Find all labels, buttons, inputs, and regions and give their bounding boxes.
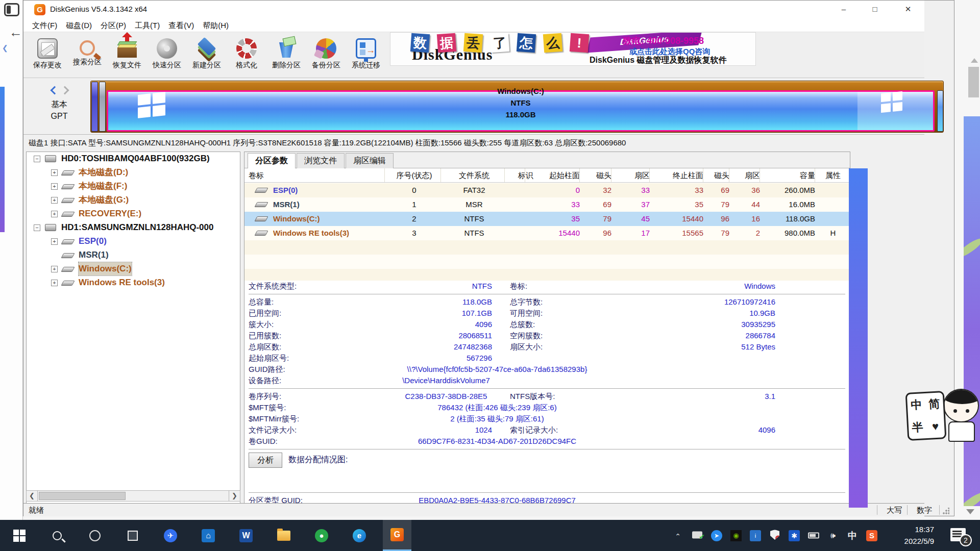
column-header-2[interactable]: 文件系统 [444,168,505,183]
menu-item-2[interactable]: 分区(P) [101,19,126,32]
expand-icon[interactable]: + [51,169,58,176]
menu-item-0[interactable]: 文件(F) [32,19,57,32]
tray-printer-icon[interactable]: ✔ [688,531,706,540]
column-header-5[interactable]: 磁头 [582,168,611,183]
table-row-Windows RE tools(3)[interactable]: Windows RE tools(3)3NTFS1544096171556579… [244,226,849,240]
tree-item-Windows RE tools(3)[interactable]: +Windows RE tools(3) [27,276,240,290]
menu-item-1[interactable]: 磁盘(D) [66,19,92,32]
taskbar-start-button[interactable] [5,520,34,551]
back-arrow-icon[interactable]: ← [9,24,22,40]
taskbar-clock[interactable]: 18:37 2022/5/9 [886,523,934,547]
toolbar-button-保存更改[interactable]: 保存更改 [28,34,67,77]
menu-item-4[interactable]: 查看(V) [168,19,194,32]
tree-item-本地磁盘(F:)[interactable]: +本地磁盘(F:) [27,180,240,193]
resize-grip[interactable] [942,508,949,515]
expand-icon[interactable]: + [51,280,58,286]
column-header-6[interactable]: 扇区 [614,168,650,183]
expand-icon[interactable]: + [51,183,58,190]
table-row-ESP(0)[interactable]: ESP(0)0FAT3203233336936260.0MB [244,183,849,197]
partition-block-re-tools[interactable] [937,90,943,132]
table-row-Windows(C:)[interactable]: Windows(C:)2NTFS357945154409616118.0GB [244,212,849,226]
tray-battery-icon[interactable] [804,531,823,540]
prev-disk-arrow-icon[interactable] [51,86,59,95]
expand-icon[interactable]: + [51,266,58,272]
tree-item-MSR(1)[interactable]: MSR(1) [27,248,240,262]
ad-banner[interactable]: DiskGenius DiskGenius 致电: 400-008-9958 或… [390,32,756,66]
column-header-8[interactable]: 磁头 [706,168,729,183]
tab-icon[interactable] [4,3,19,16]
toolbar-button-格式化[interactable]: 格式化 [227,34,266,77]
tree-item-HD1:SAMSUNGMZNLN128HAHQ-000[interactable]: −HD1:SAMSUNGMZNLN128HAHQ-000 [27,221,240,235]
scroll-up-arrow[interactable] [971,58,978,63]
toolbar-button-删除分区[interactable]: 删除分区 [266,34,306,77]
table-row-MSR(1)[interactable]: MSR(1)1MSR33693735794416.0MB [244,197,849,212]
toolbar-button-快速分区[interactable]: 快速分区 [147,34,187,77]
tree-item-Windows(C:)[interactable]: +Windows(C:) [27,262,240,276]
menu-item-5[interactable]: 帮助(H) [203,19,229,32]
taskbar-cortana-button[interactable] [81,520,109,551]
expand-icon[interactable]: + [51,211,58,217]
column-header-10[interactable]: 容量 [763,168,815,183]
toolbar-button-搜索分区[interactable]: 搜索分区 [67,34,107,77]
chevron-left-icon[interactable]: ❮ [2,44,8,52]
scrollbar-thumb[interactable] [968,67,979,97]
close-button[interactable]: ✕ [896,1,920,18]
scroll-down-arrow[interactable] [966,509,974,514]
tree-item-RECOVERY(E:)[interactable]: +RECOVERY(E:) [27,207,240,221]
scrollbar-thumb[interactable] [39,492,126,500]
tray-tray-expand-icon[interactable]: ⌃ [669,531,687,540]
tray-defender-icon[interactable]: ✕ [766,530,784,541]
taskbar-feishu-button[interactable]: ✈ [156,520,185,551]
collapse-icon[interactable]: − [34,224,40,231]
scroll-right-arrow[interactable]: ❯ [229,491,240,501]
toolbar-button-备份分区[interactable]: 备份分区 [306,34,346,77]
column-header-7[interactable]: 终止柱面 [652,168,703,183]
toolbar-button-恢复文件[interactable]: 恢复文件 [107,34,147,77]
taskbar-explorer-button[interactable] [270,520,298,551]
partition-block-esp[interactable] [91,82,98,132]
column-header-11[interactable]: 属性 [818,168,848,183]
collapse-icon[interactable]: − [34,156,40,162]
tray-volume-icon[interactable]: 🕪 [824,531,842,540]
cell [818,183,848,197]
detail-label: NTFS版本号: [510,391,555,402]
tree-item-本地磁盘(D:)[interactable]: +本地磁盘(D:) [27,166,240,180]
analyze-button[interactable]: 分析 [249,453,282,468]
column-header-0[interactable]: 卷标 [249,168,386,183]
taskbar-green-app-button[interactable]: ● [307,520,336,551]
maximize-button[interactable]: □ [863,1,887,18]
column-header-4[interactable]: 起始柱面 [528,168,580,183]
tab-扇区编辑[interactable]: 扇区编辑 [346,153,394,168]
toolbar-button-新建分区[interactable]: 新建分区 [187,34,227,77]
partition-block-msr[interactable] [99,82,106,132]
expand-icon[interactable]: + [51,197,58,204]
scroll-left-arrow[interactable]: ❮ [27,491,38,501]
tree-item-HD0:TOSHIBAMQ04ABF100(932GB)[interactable]: −HD0:TOSHIBAMQ04ABF100(932GB) [27,152,240,166]
column-header-1[interactable]: 序号(状态) [387,168,441,183]
minimize-button[interactable]: – [832,1,855,18]
taskbar-diskgenius-button[interactable]: G [383,520,411,551]
expand-icon[interactable]: + [51,238,58,245]
tab-浏览文件[interactable]: 浏览文件 [297,153,345,168]
tree-horizontal-scrollbar[interactable]: ❮ ❯ [26,490,240,502]
next-disk-arrow-icon[interactable] [61,86,69,95]
column-header-9[interactable]: 扇区 [732,168,760,183]
tray-sogou-icon[interactable]: S [863,530,881,541]
tab-分区参数[interactable]: 分区参数 [248,153,296,169]
ime-float-widget[interactable]: 中 简 半 ♥ [905,391,947,441]
tray-snowflake-icon[interactable]: ✱ [785,530,803,541]
tray-intel-graphics-icon[interactable]: i [746,530,765,541]
toolbar-button-系统迁移[interactable]: →系统迁移 [346,34,386,77]
tray-bird-app-icon[interactable]: ➤ [707,530,726,541]
menu-item-3[interactable]: 工具(T) [135,19,160,32]
taskbar-search-button[interactable] [43,520,71,551]
taskbar-edge-button[interactable]: e [345,520,374,551]
tray-ime-zh-icon[interactable]: 中 [843,530,862,542]
tray-nvidia-icon[interactable]: ◉ [727,530,745,541]
toolbar-button-label: 搜索分区 [67,58,107,67]
taskbar-task-view-button[interactable] [118,520,147,551]
taskbar-store-button[interactable]: ⌂ [194,520,223,551]
taskbar-word-button[interactable]: W [232,520,260,551]
tree-item-ESP(0)[interactable]: +ESP(0) [27,235,240,248]
tree-item-本地磁盘(G:)[interactable]: +本地磁盘(G:) [27,193,240,207]
